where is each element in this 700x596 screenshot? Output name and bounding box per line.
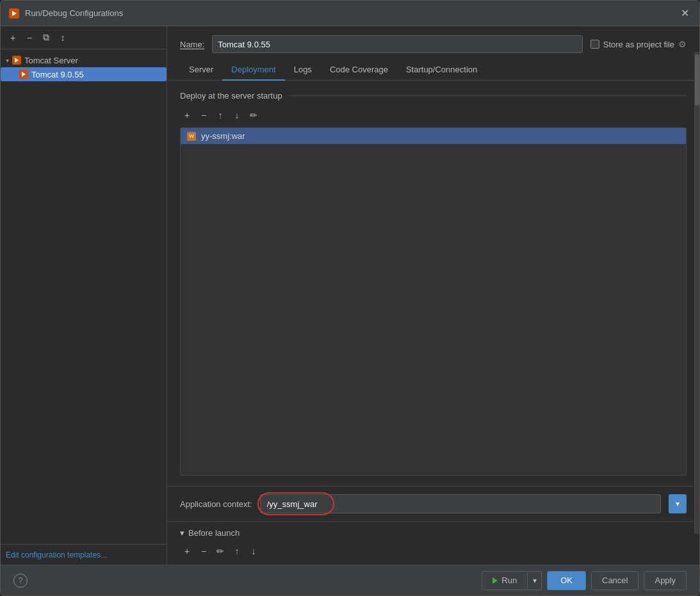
deploy-remove-button[interactable]: −: [197, 108, 211, 122]
name-input[interactable]: [212, 35, 582, 53]
close-button[interactable]: ✕: [678, 6, 692, 20]
sidebar: + − ⧉ ↕ ▾ Tomcat Server: [1, 26, 167, 565]
content-area: + − ⧉ ↕ ▾ Tomcat Server: [1, 26, 699, 565]
main-panel: Name: Store as project file ⚙ Server Dep…: [167, 26, 699, 565]
run-dropdown-button[interactable]: ▾: [528, 571, 542, 590]
copy-config-button[interactable]: ⧉: [39, 31, 53, 45]
tab-code-coverage[interactable]: Code Coverage: [321, 60, 397, 81]
deploy-edit-button[interactable]: ✏: [247, 108, 261, 122]
scrollbar[interactable]: [694, 52, 699, 534]
before-launch-arrow-icon: ▾: [180, 528, 184, 538]
store-as-project-area: Store as project file ⚙: [590, 39, 687, 49]
apply-button[interactable]: Apply: [644, 571, 687, 590]
deploy-list-item[interactable]: W yy-ssmj:war: [181, 128, 686, 144]
sidebar-item-label: Tomcat 9.0.55: [31, 70, 84, 79]
deploy-section-title: Deploy at the server startup: [180, 91, 687, 101]
remove-config-button[interactable]: −: [22, 31, 37, 45]
deploy-down-button[interactable]: ↓: [230, 108, 244, 122]
before-launch-label: Before launch: [188, 528, 240, 538]
deploy-add-button[interactable]: +: [180, 108, 194, 122]
run-dropdown-icon: ▾: [533, 576, 537, 585]
deploy-item-label: yy-ssmj:war: [201, 131, 245, 141]
help-button[interactable]: ?: [13, 574, 28, 588]
run-button-group: Run ▾: [482, 571, 542, 590]
before-launch-area: ▾ Before launch + − ✏ ↑ ↓: [167, 521, 699, 565]
cancel-button[interactable]: Cancel: [591, 571, 639, 590]
deploy-list: W yy-ssmj:war: [180, 127, 687, 476]
sidebar-tree: ▾ Tomcat Server: [1, 49, 167, 544]
run-triangle-icon: [492, 577, 498, 584]
before-launch-edit-button[interactable]: ✏: [213, 544, 227, 558]
before-launch-remove-button[interactable]: −: [197, 544, 211, 558]
name-label: Name:: [180, 40, 204, 49]
tomcat-item-icon: [19, 69, 29, 79]
tree-arrow-icon: ▾: [6, 57, 9, 64]
chevron-down-icon: ▾: [676, 499, 680, 508]
footer-left: ?: [13, 574, 28, 588]
before-launch-up-button[interactable]: ↑: [230, 544, 244, 558]
tomcat-group-icon: [12, 55, 22, 65]
dialog-icon: [8, 8, 20, 19]
add-config-button[interactable]: +: [6, 31, 20, 45]
footer-right: Run ▾ OK Cancel Apply: [482, 571, 687, 590]
sidebar-bottom: Edit configuration templates...: [1, 544, 167, 565]
sidebar-item-tomcat-9055[interactable]: Tomcat 9.0.55: [1, 67, 167, 81]
application-context-area: Application context: ▾: [167, 486, 699, 521]
ok-button[interactable]: OK: [547, 571, 586, 590]
before-launch-down-button[interactable]: ↓: [247, 544, 261, 558]
tab-logs[interactable]: Logs: [285, 60, 321, 81]
sort-config-button[interactable]: ↕: [56, 31, 70, 45]
app-context-dropdown-button[interactable]: ▾: [669, 494, 687, 513]
footer: ? Run ▾ OK Cancel Apply: [1, 565, 699, 595]
before-launch-toolbar: + − ✏ ↑ ↓: [180, 544, 687, 558]
edit-templates-link[interactable]: Edit configuration templates...: [6, 551, 107, 560]
scrollbar-thumb[interactable]: [695, 54, 699, 106]
app-context-input[interactable]: [260, 494, 661, 513]
tabs-bar: Server Deployment Logs Code Coverage Sta…: [167, 60, 699, 81]
app-context-input-wrapper: [260, 494, 661, 513]
run-debug-dialog: Run/Debug Configurations ✕ + − ⧉ ↕ ▾: [0, 0, 700, 596]
tab-deployment[interactable]: Deployment: [222, 60, 284, 81]
war-icon: W: [187, 132, 196, 141]
tab-server[interactable]: Server: [180, 60, 222, 81]
tab-startup-connection[interactable]: Startup/Connection: [397, 60, 486, 81]
before-launch-header[interactable]: ▾ Before launch: [180, 528, 687, 538]
app-context-label: Application context:: [180, 499, 252, 509]
panel-content: Deploy at the server startup + − ↑ ↓ ✏ W…: [167, 81, 699, 486]
deploy-area: W yy-ssmj:war: [180, 127, 687, 476]
main-header: Name: Store as project file ⚙: [167, 26, 699, 60]
store-as-project-checkbox[interactable]: [590, 40, 599, 49]
sidebar-toolbar: + − ⧉ ↕: [1, 26, 167, 49]
before-launch-add-button[interactable]: +: [180, 544, 194, 558]
dialog-title: Run/Debug Configurations: [25, 8, 678, 18]
title-bar: Run/Debug Configurations ✕: [1, 1, 699, 26]
sidebar-group-label: Tomcat Server: [24, 56, 78, 65]
run-button-label: Run: [501, 576, 517, 585]
run-button[interactable]: Run: [482, 571, 528, 590]
deploy-toolbar: + − ↑ ↓ ✏: [180, 108, 687, 122]
gear-icon[interactable]: ⚙: [678, 39, 687, 49]
sidebar-group-tomcat-server[interactable]: ▾ Tomcat Server: [1, 53, 167, 67]
store-as-project-label: Store as project file: [603, 40, 674, 49]
deploy-up-button[interactable]: ↑: [213, 108, 227, 122]
